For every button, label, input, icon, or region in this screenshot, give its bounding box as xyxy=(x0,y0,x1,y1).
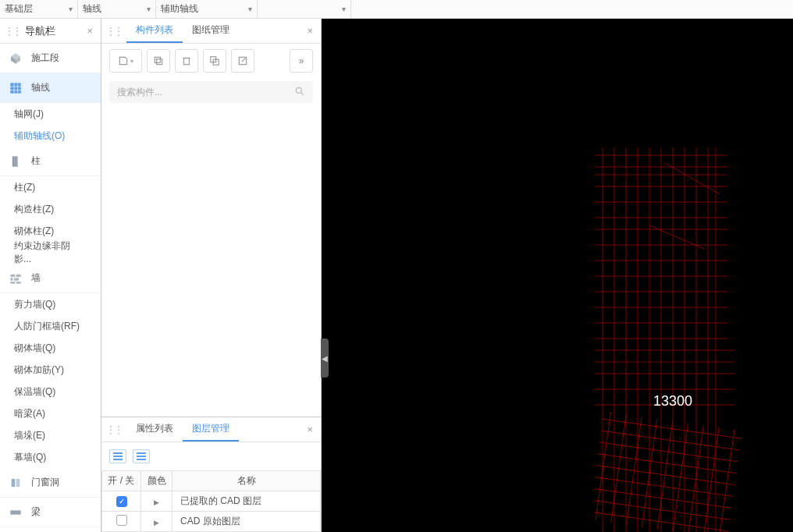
svg-rect-21 xyxy=(184,59,190,65)
svg-rect-11 xyxy=(16,274,21,276)
beam-icon xyxy=(8,505,23,520)
dropdown-category[interactable]: 轴线 ▾ xyxy=(78,0,156,18)
expand-all-button[interactable] xyxy=(109,449,126,463)
nav-item-hidden-beam[interactable]: 暗梁(A) xyxy=(0,403,101,424)
nav-item-defense-door-wall[interactable]: 人防门框墙(RF) xyxy=(0,315,101,337)
grip-icon[interactable]: ⋮⋮ xyxy=(5,26,20,37)
nav-item-column[interactable]: 柱(Z) xyxy=(0,176,101,198)
close-icon[interactable]: × xyxy=(84,25,96,37)
tab-layer-manage[interactable]: 图层管理 xyxy=(183,417,239,442)
nav-item-aux-axis[interactable]: 辅助轴线(O) xyxy=(0,125,101,147)
nav-tree: 施工段 轴线 轴网(J) 辅助轴线(O) 柱 柱(Z) 构造柱(Z) 砌体柱(Z… xyxy=(0,44,101,532)
nav-section-construction[interactable]: 施工段 xyxy=(0,44,101,73)
collapse-all-button[interactable] xyxy=(133,449,150,463)
tab-label: 图层管理 xyxy=(192,422,229,435)
svg-rect-10 xyxy=(10,274,15,276)
layer-toggle-checkbox[interactable]: ✓ xyxy=(116,496,127,507)
table-header-row: 开 / 关 颜色 名称 xyxy=(102,471,321,491)
svg-line-72 xyxy=(673,423,688,531)
grid-axis-icon xyxy=(8,80,23,96)
dropdown-floor[interactable]: 基础层 ▾ xyxy=(0,0,78,18)
triangle-right-icon[interactable]: ▶ xyxy=(154,498,159,506)
nav-item-insulation-wall[interactable]: 保温墙(Q) xyxy=(0,381,101,403)
grip-icon[interactable]: ⋮⋮ xyxy=(106,424,122,435)
tab-label: 属性列表 xyxy=(136,422,173,435)
table-row[interactable]: ▶ CAD 原始图层 xyxy=(102,512,321,532)
property-panel: ⋮⋮ 属性列表 图层管理 × 开 / 关 颜色 名 xyxy=(101,417,321,532)
nav-item-axis-grid[interactable]: 轴网(J) xyxy=(0,103,101,125)
layer-toolbar xyxy=(101,442,321,470)
nav-section-label: 施工段 xyxy=(31,51,59,65)
nav-panel: ⋮⋮ 导航栏 × 施工段 轴线 轴网(J) 辅助轴线(O) xyxy=(0,19,101,532)
bars-icon xyxy=(137,452,146,460)
search-input[interactable] xyxy=(117,87,294,98)
nav-item-struct-column[interactable]: 构造柱(Z) xyxy=(0,198,101,220)
collapse-handle[interactable]: ◀ xyxy=(321,339,329,378)
grip-icon[interactable]: ⋮⋮ xyxy=(106,26,122,37)
property-tabs: ⋮⋮ 属性列表 图层管理 × xyxy=(101,417,321,442)
wall-icon xyxy=(8,271,23,286)
search-wrap xyxy=(109,81,313,103)
svg-line-63 xyxy=(595,477,733,496)
dropdown-subcategory[interactable]: 辅助轴线 ▾ xyxy=(156,0,258,18)
svg-point-26 xyxy=(296,87,301,93)
nav-item-label: 幕墙(Q) xyxy=(14,451,46,464)
table-header: 颜色 xyxy=(141,471,172,491)
tab-label: 图纸管理 xyxy=(192,23,229,37)
new-button[interactable]: ▾ xyxy=(109,49,142,73)
bars-icon xyxy=(113,452,123,460)
nav-section-label: 梁 xyxy=(31,505,41,519)
triangle-right-icon[interactable]: ▶ xyxy=(154,519,159,527)
svg-rect-19 xyxy=(155,57,160,62)
tab-component-list[interactable]: 构件列表 xyxy=(126,19,183,43)
component-toolbar: ▾ » xyxy=(101,44,321,78)
chevron-down-icon: ▾ xyxy=(342,5,346,13)
nav-item-masonry-column[interactable]: 砌体柱(Z) xyxy=(0,220,101,242)
nav-section-column[interactable]: 柱 xyxy=(0,147,101,176)
nav-item-label: 暗梁(A) xyxy=(14,407,45,420)
nav-item-shear-wall[interactable]: 剪力墙(Q) xyxy=(0,293,101,315)
svg-line-75 xyxy=(719,430,734,532)
tab-property-list[interactable]: 属性列表 xyxy=(126,417,183,442)
svg-rect-14 xyxy=(10,282,15,284)
dropdown-subcategory-label: 辅助轴线 xyxy=(161,2,198,16)
svg-rect-8 xyxy=(13,156,17,166)
search-icon[interactable] xyxy=(294,86,305,99)
close-icon[interactable]: × xyxy=(304,424,316,435)
nav-item-masonry-reinforce[interactable]: 砌体加筋(Y) xyxy=(0,359,101,381)
nav-item-wall-pier[interactable]: 墙垛(E) xyxy=(0,424,101,446)
nav-item-label: 柱(Z) xyxy=(14,181,35,194)
nav-section-door-window[interactable]: 门窗洞 xyxy=(0,468,101,498)
more-button[interactable]: » xyxy=(290,49,313,73)
center-panel: ⋮⋮ 构件列表 图纸管理 × ▾ » xyxy=(101,19,322,532)
chevron-down-icon: ▾ xyxy=(69,5,73,13)
canvas-dimension-label: 13300 xyxy=(653,393,692,410)
nav-section-label: 墙 xyxy=(31,271,41,285)
nav-item-curtain-wall[interactable]: 幕墙(Q) xyxy=(0,446,101,468)
tab-drawing-manage[interactable]: 图纸管理 xyxy=(183,19,239,43)
close-icon[interactable]: × xyxy=(304,25,316,37)
svg-rect-9 xyxy=(12,156,13,166)
cad-drawing xyxy=(595,147,751,532)
chevron-down-icon: ▾ xyxy=(130,58,133,65)
nav-item-label: 剪力墙(Q) xyxy=(14,298,55,311)
link-button[interactable] xyxy=(231,49,254,73)
svg-rect-12 xyxy=(10,278,12,280)
svg-rect-13 xyxy=(14,278,19,280)
door-window-icon xyxy=(8,475,23,491)
nav-section-beam[interactable]: 梁 xyxy=(0,498,101,527)
nav-item-constraint-edge[interactable]: 约束边缘非阴影... xyxy=(0,242,101,264)
nav-section-wall[interactable]: 墙 xyxy=(0,264,101,293)
layer-toggle-checkbox[interactable] xyxy=(116,515,127,526)
table-row[interactable]: ✓ ▶ 已提取的 CAD 图层 xyxy=(102,491,321,512)
nav-section-axis[interactable]: 轴线 xyxy=(0,73,101,103)
dropdown-item[interactable]: ▾ xyxy=(258,0,351,18)
canvas-viewport[interactable]: ◀ 13300 xyxy=(322,19,793,532)
svg-rect-18 xyxy=(10,510,20,514)
duplicate-button[interactable] xyxy=(203,49,226,73)
nav-item-label: 砌体加筋(Y) xyxy=(14,364,64,377)
nav-item-masonry-wall[interactable]: 砌体墙(Q) xyxy=(0,337,101,359)
delete-button[interactable] xyxy=(175,49,198,73)
svg-rect-15 xyxy=(16,282,21,284)
copy-button[interactable] xyxy=(147,49,170,73)
